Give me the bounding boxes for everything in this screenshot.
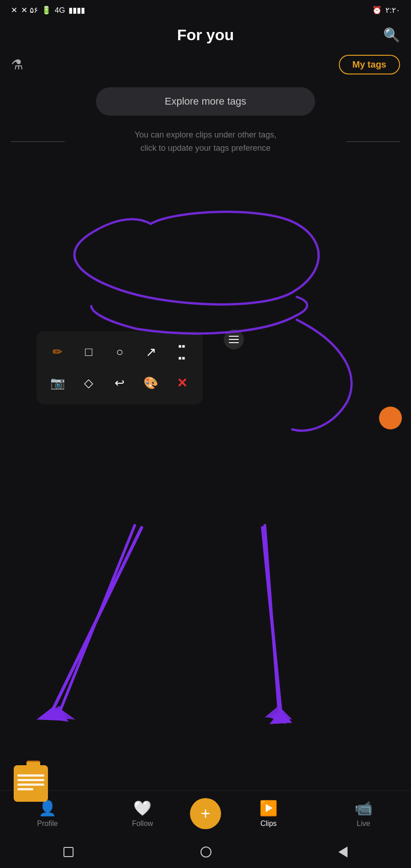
undo-tool-button[interactable]: ↩	[106, 370, 133, 397]
live-nav-label: Live	[357, 820, 370, 828]
description-section: You can explore clips under other tags,c…	[0, 121, 411, 162]
signal-strength: ✕ ۵۶	[21, 5, 38, 15]
ham-line-2	[229, 339, 239, 340]
clip-line-4	[17, 788, 33, 790]
filter-icon[interactable]: ⚗	[11, 57, 23, 73]
screenshot-tool-button[interactable]: 📷	[44, 370, 71, 397]
add-center-button[interactable]: +	[190, 798, 221, 829]
android-back-button[interactable]	[338, 847, 348, 857]
android-home-button[interactable]	[200, 847, 211, 857]
description-text: You can explore clips under other tags,c…	[70, 128, 340, 155]
circle-tool-button[interactable]: ○	[106, 339, 133, 366]
network-icon: 4G	[55, 6, 65, 15]
clip-line-3	[17, 783, 44, 786]
clipboard-icon	[14, 765, 53, 804]
drawing-toolbar: ✏ □ ○ ↗ ▪▪▪▪ 📷 ◇ ↩ 🎨 ✕	[37, 331, 203, 404]
header: For you 🔍	[0, 19, 411, 51]
explore-section: Explore more tags	[0, 82, 411, 121]
clip-line-2	[17, 779, 44, 781]
close-tool-button[interactable]: ✕	[168, 370, 195, 397]
clip-line-1	[17, 774, 44, 777]
explore-tags-button[interactable]: Explore more tags	[96, 87, 315, 116]
sub-header: ⚗ My tags	[0, 51, 411, 82]
status-bar: ✕ ✕ ۵۶ 🔋 4G ▮▮▮▮ ⏰ ۲:۲۰	[0, 0, 411, 19]
nav-live[interactable]: 📹 Live	[316, 799, 411, 828]
status-left: ✕ ✕ ۵۶ 🔋 4G ▮▮▮▮	[11, 5, 85, 15]
alarm-icon: ⏰	[372, 5, 382, 15]
orange-dot	[379, 407, 402, 429]
nav-follow[interactable]: 🤍 Follow	[95, 799, 190, 828]
svg-marker-1	[46, 708, 75, 720]
palette-tool-button[interactable]: 🎨	[137, 370, 164, 397]
ham-line-3	[229, 342, 239, 343]
bottom-navigation: 👤 Profile 🤍 Follow + ▶️ Clips 📹 Live	[0, 790, 411, 836]
close-icon: ✕	[11, 5, 17, 15]
live-nav-icon: 📹	[354, 799, 373, 817]
status-right: ⏰ ۲:۲۰	[372, 5, 400, 15]
time-display: ۲:۲۰	[385, 5, 400, 15]
rectangle-tool-button[interactable]: □	[75, 339, 102, 366]
pen-tool-button[interactable]: ✏	[44, 339, 71, 366]
content-area: ✏ □ ○ ↗ ▪▪▪▪ 📷 ◇ ↩ 🎨 ✕	[0, 162, 411, 509]
right-divider	[346, 141, 400, 142]
clips-nav-label: Clips	[260, 820, 277, 828]
clipboard-body	[14, 765, 48, 802]
arrow-tool-button[interactable]: ↗	[137, 339, 164, 366]
ham-line-1	[229, 336, 239, 337]
page-title: For you	[177, 26, 234, 44]
clips-nav-icon: ▶️	[259, 799, 278, 817]
search-button[interactable]: 🔍	[383, 27, 400, 43]
svg-marker-4	[37, 707, 68, 721]
follow-nav-label: Follow	[132, 820, 153, 828]
mosaic-tool-button[interactable]: ▪▪▪▪	[168, 339, 195, 366]
android-recent-button[interactable]	[63, 847, 74, 857]
clipboard-content	[14, 765, 48, 794]
battery-icon: 🔋	[42, 5, 51, 15]
signal-bars-icon: ▮▮▮▮	[68, 5, 85, 15]
toolbar-hamburger-button[interactable]	[224, 329, 244, 349]
svg-line-3	[53, 528, 142, 710]
left-divider	[11, 141, 65, 142]
nav-clips[interactable]: ▶️ Clips	[221, 799, 316, 828]
svg-marker-6	[269, 710, 292, 724]
svg-line-0	[59, 525, 135, 713]
svg-line-2	[265, 525, 279, 708]
follow-nav-icon: 🤍	[133, 799, 152, 817]
my-tags-button[interactable]: My tags	[339, 55, 400, 74]
eraser-tool-button[interactable]: ◇	[75, 370, 102, 397]
profile-nav-label: Profile	[37, 820, 58, 828]
android-nav-bar	[0, 836, 411, 868]
svg-line-5	[263, 528, 281, 713]
